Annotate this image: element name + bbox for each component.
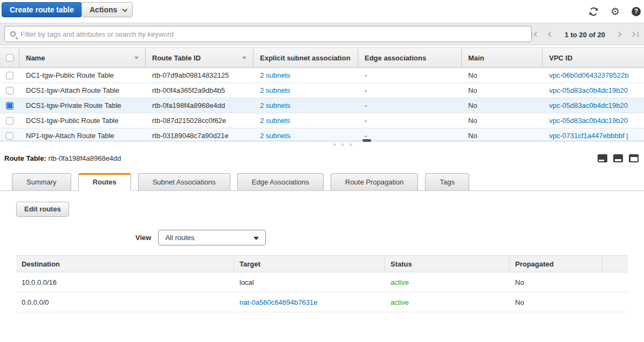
pane-drag-handle[interactable] — [333, 143, 352, 146]
row-checkbox[interactable] — [6, 117, 13, 125]
table-row[interactable]: DCS1-tgw-Attach Route Table rtb-00f4a365… — [0, 83, 644, 98]
pane-size-full-icon[interactable] — [629, 154, 639, 162]
row-checkbox[interactable] — [6, 72, 13, 79]
tab-route-propagation[interactable]: Route Propagation — [331, 173, 418, 191]
row-name: DCS1-tgw-Private Route Table — [19, 98, 146, 113]
routes-column-propagated: Propagated — [510, 256, 602, 272]
row-route-table-id: rtb-07d9ab09814832125 — [146, 68, 254, 83]
detail-tabs: Summary Routes Subnet Associations Edge … — [0, 170, 644, 191]
vpc-link[interactable]: vpc-06b0d06432378522b — [549, 71, 628, 79]
row-route-table-id: rtb-03189048c7a90d21e — [146, 128, 254, 141]
subnets-link[interactable]: 2 subnets — [260, 71, 290, 79]
actions-button[interactable]: Actions — [81, 2, 133, 17]
row-name: DCS1-tgw-Public Route Table — [19, 113, 146, 128]
search-input[interactable] — [20, 30, 526, 38]
row-edge-associations: - — [358, 98, 462, 113]
chevron-down-icon — [122, 7, 128, 12]
tab-routes[interactable]: Routes — [78, 173, 131, 191]
row-name: NP1-tgw-Attach Route Table — [19, 128, 146, 141]
view-select-value: All routes — [165, 234, 194, 242]
routes-column-status: Status — [385, 256, 510, 272]
column-header-vpc-id[interactable]: VPC ID — [543, 48, 644, 67]
subnets-link[interactable]: 2 subnets — [260, 101, 290, 110]
actions-button-label: Actions — [90, 5, 117, 14]
view-label: View — [135, 234, 151, 242]
column-header-edge-associations[interactable]: Edge associations — [358, 48, 462, 67]
tab-subnet-associations[interactable]: Subnet Associations — [138, 173, 230, 191]
settings-gear-icon[interactable]: ⚙ — [611, 6, 620, 17]
vpc-link[interactable]: vpc-0731cf1a447ebbbbf | — [549, 132, 628, 140]
routes-column-destination: Destination — [16, 256, 234, 272]
detail-header: Route Table: rtb-0fa198f4a8968e4dd — [0, 149, 644, 167]
view-select[interactable]: All routes — [158, 230, 266, 245]
subnets-link[interactable]: 2 subnets — [260, 132, 290, 140]
help-icon[interactable]: ? — [632, 7, 641, 16]
route-status: active — [385, 292, 510, 312]
pagination-prev-icon[interactable] — [546, 31, 554, 38]
row-edge-associations: - — [358, 68, 462, 83]
column-header-route-table-id[interactable]: Route Table ID — [146, 48, 254, 67]
vpc-link[interactable]: vpc-05d83ac0b4dc19b20 — [549, 101, 628, 110]
edit-routes-button[interactable]: Edit routes — [16, 202, 69, 217]
detail-title: Route Table: rtb-0fa198f4a8968e4dd — [4, 154, 121, 162]
routes-tab-content: Edit routes View All routes Destination … — [0, 191, 644, 312]
search-icon — [10, 31, 16, 37]
filter-bar: 1 to 20 of 20 — [0, 23, 644, 45]
row-checkbox[interactable] — [6, 87, 13, 94]
route-target: local — [234, 272, 385, 292]
column-header-main[interactable]: Main — [462, 48, 543, 67]
subnets-link[interactable]: 2 subnets — [260, 117, 290, 125]
row-route-table-id: rtb-0fa198f4a8968e4dd — [146, 98, 254, 113]
sort-icon — [134, 57, 139, 59]
vpc-link[interactable]: vpc-05d83ac0b4dc19b20 — [549, 117, 628, 125]
pagination-range: 1 to 20 of 20 — [565, 31, 605, 39]
routes-column-target: Target — [234, 256, 385, 272]
pane-size-half-icon[interactable] — [613, 154, 623, 162]
select-caret-icon — [254, 237, 259, 240]
route-target-link[interactable]: nat-0a560c64694b7631e — [239, 298, 318, 306]
pane-divider — [0, 141, 644, 149]
row-route-table-id: rtb-00f4a365f2a9db4b5 — [146, 83, 254, 98]
row-main: No — [462, 98, 543, 113]
pagination-first-icon[interactable] — [531, 31, 539, 38]
create-route-table-button[interactable]: Create route table — [2, 2, 82, 17]
detail-title-label: Route Table: — [4, 154, 46, 162]
row-edge-associations: - — [358, 113, 462, 128]
row-checkbox[interactable] — [6, 132, 13, 140]
column-header-name[interactable]: Name — [19, 48, 146, 67]
pagination-next-icon[interactable] — [616, 31, 624, 38]
route-propagated: No — [510, 272, 602, 292]
pane-size-small-icon[interactable] — [598, 154, 607, 162]
search-box[interactable] — [4, 26, 532, 42]
column-header-explicit-subnet-association[interactable]: Explicit subnet association — [254, 48, 358, 67]
row-main: No — [462, 68, 543, 83]
route-status: active — [385, 272, 510, 292]
tab-tags[interactable]: Tags — [425, 173, 469, 191]
table-row[interactable]: NP1-tgw-Attach Route Table rtb-03189048c… — [0, 128, 644, 141]
tab-edge-associations[interactable]: Edge Associations — [237, 173, 324, 191]
table-row[interactable]: DCS1-tgw-Public Route Table rtb-087d2150… — [0, 113, 644, 128]
pagination: 1 to 20 of 20 — [531, 23, 639, 46]
routes-table: Destination Target Status Propagated 10.… — [16, 255, 628, 312]
pagination-last-icon[interactable] — [631, 31, 639, 38]
vpc-link[interactable]: vpc-05d83ac0b4dc19b20 — [549, 86, 628, 94]
tab-summary[interactable]: Summary — [12, 173, 71, 191]
row-main: No — [462, 128, 543, 141]
routes-table-header: Destination Target Status Propagated — [16, 255, 628, 272]
sort-icon — [242, 57, 246, 59]
row-main: No — [462, 83, 543, 98]
route-propagated: No — [510, 292, 602, 312]
select-all-checkbox[interactable] — [6, 54, 13, 61]
scrollbar-thumb[interactable] — [362, 139, 371, 142]
route-destination: 0.0.0.0/0 — [16, 292, 234, 312]
row-checkbox-checked[interactable] — [6, 102, 13, 110]
subnets-link[interactable]: 2 subnets — [260, 86, 290, 94]
route-destination: 10.0.0.0/16 — [16, 272, 234, 292]
refresh-icon[interactable] — [588, 6, 599, 17]
detail-title-value: rtb-0fa198f4a8968e4dd — [48, 154, 121, 162]
row-edge-associations: - — [358, 83, 462, 98]
list-body: DC1-tgw-Public Route Table rtb-07d9ab098… — [0, 68, 644, 141]
table-row[interactable]: DC1-tgw-Public Route Table rtb-07d9ab098… — [0, 68, 644, 83]
top-toolbar: Create route table Actions ⚙ ? — [0, 0, 644, 23]
table-row-selected[interactable]: DCS1-tgw-Private Route Table rtb-0fa198f… — [0, 98, 644, 113]
